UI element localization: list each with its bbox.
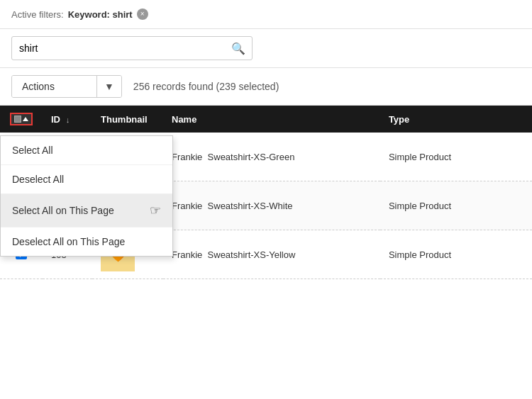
actions-dropdown: Actions ▼ [11, 75, 122, 98]
row-type: Simple Product [380, 181, 532, 230]
deselect-all-page-label: Deselect All on This Page [12, 236, 125, 247]
row-name: Frankie Sweatshirt-XS-White [163, 181, 380, 230]
checkbox-dropdown-menu: Select All Deselect All Select All on Th… [0, 135, 173, 257]
close-filter-button[interactable]: × [137, 9, 148, 20]
dropdown-arrow-icon [23, 117, 28, 121]
checkbox-mini-icon [14, 116, 21, 123]
row-type: Simple Product [380, 133, 532, 181]
select-all-option[interactable]: Select All [1, 136, 172, 165]
thumbnail-label: Thumbnail [101, 114, 148, 125]
search-input-wrap: 🔍 [11, 36, 253, 60]
actions-label: Actions [12, 76, 97, 97]
actions-arrow-icon: ▼ [97, 76, 121, 97]
id-column-header[interactable]: ID ↓ [43, 106, 92, 133]
row-name: Frankie Sweatshirt-XS-Yellow [163, 230, 380, 279]
table-header-row: ID ↓ Thumbnail Name Type [0, 106, 532, 133]
deselect-all-option[interactable]: Deselect All [1, 165, 172, 194]
cursor-hand-icon: ☞ [150, 203, 161, 218]
active-filters-label: Active filters: [11, 9, 64, 20]
type-column-header: Type [380, 106, 532, 133]
deselect-all-label: Deselect All [12, 174, 64, 185]
checkbox-header-cell[interactable] [0, 106, 43, 133]
sort-icon: ↓ [66, 116, 70, 124]
filter-keyword: Keyword: shirt [68, 9, 133, 20]
select-all-page-option[interactable]: Select All on This Page ☞ [1, 194, 172, 227]
deselect-all-page-option[interactable]: Deselect All on This Page [1, 227, 172, 256]
checkbox-header-control[interactable] [10, 113, 33, 125]
name-column-header: Name [163, 106, 380, 133]
table-wrap: ID ↓ Thumbnail Name Type [0, 106, 532, 279]
records-info: 256 records found (239 selected) [133, 81, 279, 92]
search-bar: 🔍 [0, 29, 532, 68]
actions-button[interactable]: Actions ▼ [11, 75, 122, 98]
search-input[interactable] [11, 36, 253, 60]
select-all-page-label: Select All on This Page [12, 205, 114, 216]
thumbnail-column-header: Thumbnail [92, 106, 163, 133]
actions-bar: Actions ▼ 256 records found (239 selecte… [0, 68, 532, 106]
row-name: Frankie Sweatshirt-XS-Green [163, 133, 380, 181]
row-type: Simple Product [380, 230, 532, 279]
type-label: Type [389, 114, 409, 125]
id-label: ID [51, 114, 60, 125]
select-all-label: Select All [12, 145, 53, 156]
active-filters-bar: Active filters: Keyword: shirt × [0, 0, 532, 29]
name-label: Name [172, 114, 196, 125]
